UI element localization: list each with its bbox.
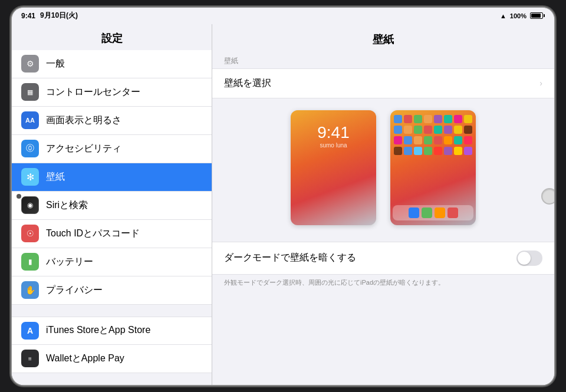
itunes-label: iTunes StoreとApp Store — [46, 324, 150, 337]
privacy-label: プライバシー — [46, 284, 103, 297]
app-row-4 — [393, 147, 473, 155]
status-left: 9:41 9月10日(火) — [21, 11, 78, 21]
wallet-label: WalletとApple Pay — [46, 353, 124, 365]
status-right: ▲ 100% — [500, 12, 545, 19]
time-display: 9:41 — [21, 12, 35, 20]
sidebar-item-siri[interactable]: ◉ Siriと検索 — [12, 192, 212, 220]
dark-mode-hint: 外観モードでダーク選択時、周囲の光に応じてiPadの壁紙が暗くなります。 — [212, 275, 554, 293]
sidebar-item-touchid[interactable]: ☉ Touch IDとパスコード — [12, 220, 212, 248]
control-center-label: コントロールセンター — [46, 86, 140, 98]
privacy-icon: ✋ — [21, 281, 39, 299]
siri-label: Siriと検索 — [46, 199, 88, 212]
home-button[interactable] — [541, 188, 554, 205]
status-bar: 9:41 9月10日(火) ▲ 100% — [12, 8, 554, 24]
battery-percent: 100% — [510, 12, 526, 19]
sidebar-title: 設定 — [12, 24, 212, 50]
homescreen-thumbnail[interactable] — [390, 110, 476, 225]
dark-mode-label: ダークモードで壁紙を暗くする — [224, 252, 356, 264]
sidebar-item-privacy[interactable]: ✋ プライバシー — [12, 276, 212, 305]
itunes-icon: A — [21, 322, 39, 340]
main-content: 設定 ⚙ 一般 ▦ コントロールセンター AA 画面表示と明るさ — [12, 24, 554, 385]
dock-strip — [393, 205, 473, 220]
battery-label: バッテリー — [46, 256, 93, 268]
siri-icon: ◉ — [21, 196, 39, 214]
battery-icon — [530, 12, 545, 19]
general-label: 一般 — [46, 58, 65, 70]
right-panel-title: 壁紙 — [212, 24, 554, 51]
dark-mode-toggle[interactable] — [516, 251, 542, 266]
accessibility-label: アクセシビリティ — [46, 143, 121, 155]
app-row-1 — [393, 115, 473, 123]
lockscreen-date: sumo luna — [320, 142, 347, 149]
app-row-3 — [393, 136, 473, 144]
wallpaper-section-label: 壁紙 — [212, 51, 554, 68]
sidebar: 設定 ⚙ 一般 ▦ コントロールセンター AA 画面表示と明るさ — [12, 24, 212, 385]
wallpaper-icon: ✻ — [21, 168, 39, 186]
sidebar-item-control-center[interactable]: ▦ コントロールセンター — [12, 78, 212, 107]
touchid-icon: ☉ — [21, 225, 39, 242]
date-display: 9月10日(火) — [40, 11, 78, 21]
wallpaper-select-label: 壁紙を選択 — [224, 77, 271, 90]
lockscreen-thumbnail[interactable]: 9:41 sumo luna — [291, 110, 376, 225]
battery-icon-sidebar: ▮ — [21, 253, 39, 271]
toggle-thumb — [518, 252, 531, 265]
dark-mode-row: ダークモードで壁紙を暗くする — [212, 242, 554, 275]
right-panel: 壁紙 壁紙 壁紙を選択 › 9:41 sumo luna — [212, 24, 554, 385]
lockscreen-time: 9:41 — [317, 124, 350, 141]
chevron-icon: › — [539, 78, 542, 88]
display-icon: AA — [21, 111, 39, 129]
accessibility-icon: ⓪ — [21, 140, 39, 157]
display-label: 画面表示と明るさ — [46, 114, 121, 127]
sidebar-item-wallpaper[interactable]: ✻ 壁紙 — [12, 163, 212, 192]
left-sensor — [17, 194, 21, 199]
sidebar-item-display[interactable]: AA 画面表示と明るさ — [12, 107, 212, 135]
sidebar-item-general[interactable]: ⚙ 一般 — [12, 50, 212, 78]
ipad-frame: 9:41 9月10日(火) ▲ 100% 設定 ⚙ 一般 — [12, 8, 554, 385]
sidebar-item-battery[interactable]: ▮ バッテリー — [12, 248, 212, 276]
wallpaper-previews: 9:41 sumo luna — [212, 98, 554, 237]
app-row-2 — [393, 126, 473, 134]
sidebar-item-wallet[interactable]: ≡ WalletとApple Pay — [12, 345, 212, 373]
sidebar-item-accessibility[interactable]: ⓪ アクセシビリティ — [12, 135, 212, 163]
wallet-icon: ≡ — [21, 350, 39, 367]
sidebar-item-itunes[interactable]: A iTunes StoreとApp Store — [12, 317, 212, 345]
wallpaper-select-row[interactable]: 壁紙を選択 › — [212, 68, 554, 98]
wifi-icon: ▲ — [500, 12, 506, 19]
touchid-label: Touch IDとパスコード — [46, 228, 140, 240]
wallpaper-label: 壁紙 — [46, 171, 65, 183]
general-icon: ⚙ — [21, 55, 39, 73]
control-center-icon: ▦ — [21, 83, 39, 101]
